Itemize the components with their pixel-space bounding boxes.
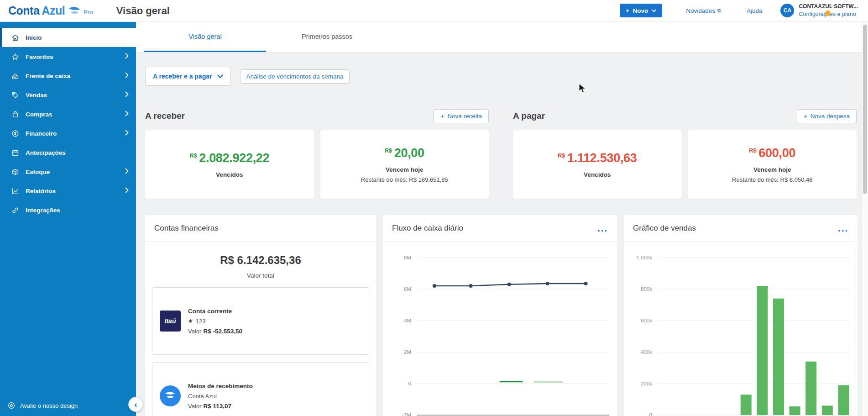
brand-azul: Azul [42,4,65,17]
cashflow-panel: Fluxo de caixa diário ... 8M6M4M2M0-2M [383,215,617,416]
account-value: R$ 113,07 [203,403,231,410]
external-link-icon: ⧉ [717,8,721,14]
star-icon: ★ [188,318,193,324]
payable-section: A pagar + Nova despesa R$1.112.530,63 Ve… [513,109,857,199]
receivable-today-label: Vencem hoje [386,166,424,173]
account-bank: Conta Azul [188,393,217,400]
tab-primeiros-passos[interactable]: Primeiros passos [266,22,388,52]
main-content: Visão geral Primeiros passos A receber e… [136,22,862,416]
avatar[interactable]: CA [780,4,794,17]
svg-text:4M: 4M [404,318,411,323]
brand-logo[interactable]: Conta Azul Pro [8,4,94,17]
payable-today-label: Vencem hoje [753,166,791,173]
sales-menu-button[interactable]: ... [838,226,848,230]
star-icon [11,53,20,61]
tab-bar: Visão geral Primeiros passos [136,22,862,53]
account-item-contaazul[interactable]: Meios de recebimento Conta Azul ValorR$ … [152,362,369,416]
accounts-panel-title: Contas financeiras [154,224,219,233]
box-icon [11,168,20,176]
novo-button[interactable]: + Novo [620,4,663,17]
svg-text:-2M: -2M [402,412,411,416]
calendar-icon [11,148,20,157]
account-block: CONTAAZUL SOFTW... Configurações e plano [799,3,858,18]
svg-text:2M: 2M [404,349,411,355]
tag-icon [11,91,20,100]
chevron-right-icon [125,187,129,195]
receivable-month-rest: Restante do mês: R$ 169.651,85 [361,176,448,183]
chevron-left-icon: ‹ [134,400,137,410]
sales-chart: 1 000k800k600k400k200k0 [624,242,858,416]
scrollbar-thumb[interactable] [863,25,867,194]
chevron-down-icon [217,74,223,79]
chevron-right-icon [125,53,129,61]
sidebar-item-estoque[interactable]: Estoque [0,162,136,181]
sidebar-item-frente-de-caixa[interactable]: Frente de caixa [0,66,136,85]
payable-today-card[interactable]: R$600,00 Vencem hoje Restante do mês: R$… [688,130,857,199]
accounts-total: R$ 6.142.635,36 [145,254,376,267]
svg-text:0: 0 [649,412,652,416]
dollar-circle-icon [11,129,20,138]
account-item-itau[interactable]: Itaú Conta corrente ★ 123 ValorR$ -52.55… [152,287,369,355]
sidebar-item-integracoes[interactable]: Integrações [0,200,136,220]
cash-register-icon [11,72,20,80]
nova-receita-button[interactable]: + Nova receita [434,109,489,123]
receivable-overdue-label: Vencidos [216,171,243,178]
analise-vencimentos-button[interactable]: Análise de vencimentos da semana [240,69,349,84]
collapse-sidebar-button[interactable]: ‹ [128,397,143,412]
sidebar-item-inicio[interactable]: Início [0,28,136,47]
chevron-right-icon [125,168,129,176]
svg-text:600k: 600k [641,318,652,323]
sidebar-item-favoritos[interactable]: Favoritos [0,47,136,66]
contaazul-swoosh-icon [68,5,81,16]
svg-text:0: 0 [408,381,411,386]
novidades-link[interactable]: Novidades ⧉ [686,7,721,14]
cashflow-menu-button[interactable]: ... [597,226,608,230]
app-header: Conta Azul Pro Visão geral + Novo Novida… [0,0,868,22]
payable-overdue-label: Vencidos [584,171,611,178]
payable-overdue-amount: 1.112.530,63 [567,151,637,165]
accounts-panel: Contas financeiras R$ 6.142.635,36 Valor… [145,215,376,416]
svg-text:8M: 8M [404,255,411,260]
svg-text:400k: 400k [641,349,652,355]
sidebar: Início Favoritos Frente de caixa Ven [0,22,136,416]
contaazul-logo-icon [160,385,181,406]
cashflow-panel-title: Fluxo de caixa diário [392,224,463,233]
sidebar-item-financeiro[interactable]: Financeiro [0,124,136,143]
sales-panel-title: Gráfico de vendas [633,224,696,233]
sidebar-item-relatorios[interactable]: Relatórios [0,181,136,200]
company-name: CONTAAZUL SOFTW... [799,3,858,11]
receivable-overdue-card[interactable]: R$2.082.922,22 Vencidos [145,130,314,199]
svg-text:1 000k: 1 000k [636,255,652,260]
star-circle-icon [7,401,16,410]
tab-visao-geral[interactable]: Visão geral [144,22,266,52]
home-icon [11,33,20,42]
vertical-scrollbar[interactable] [862,22,868,416]
payable-overdue-card[interactable]: R$1.112.530,63 Vencidos [513,130,682,199]
account-name: Meios de recebimento [188,383,253,390]
receivable-today-card[interactable]: R$20,00 Vencem hoje Restante do mês: R$ … [320,130,489,199]
payable-title: A pagar [513,111,545,121]
rate-design-link[interactable]: Avalie o nosso design [7,401,78,410]
account-value: R$ -52.553,50 [203,328,242,335]
itau-logo: Itaú [160,311,181,332]
receivable-title: A receber [145,111,185,121]
svg-text:200k: 200k [641,381,652,386]
sidebar-item-antecipacoes[interactable]: Antecipações [0,143,136,162]
sales-panel: Gráfico de vendas ... 1 000k800k600k400k… [624,215,858,416]
chevron-right-icon [125,91,129,99]
plus-icon: + [626,7,629,14]
sidebar-item-vendas[interactable]: Vendas [0,85,136,105]
plus-icon: + [804,113,807,120]
ajuda-link[interactable]: Ajuda [747,7,763,14]
accounts-total-label: Valor total [145,272,376,279]
nova-despesa-button[interactable]: + Nova despesa [797,109,857,123]
receber-pagar-dropdown[interactable]: A receber e a pagar [145,67,231,86]
chevron-right-icon [125,110,129,118]
svg-text:6M: 6M [404,286,411,292]
chart-icon [11,187,20,195]
account-name: Conta corrente [188,308,242,315]
receivable-overdue-amount: 2.082.922,22 [199,151,269,165]
sidebar-item-compras[interactable]: Compras [0,105,136,124]
link-icon [11,206,20,215]
plus-icon: + [440,113,444,120]
